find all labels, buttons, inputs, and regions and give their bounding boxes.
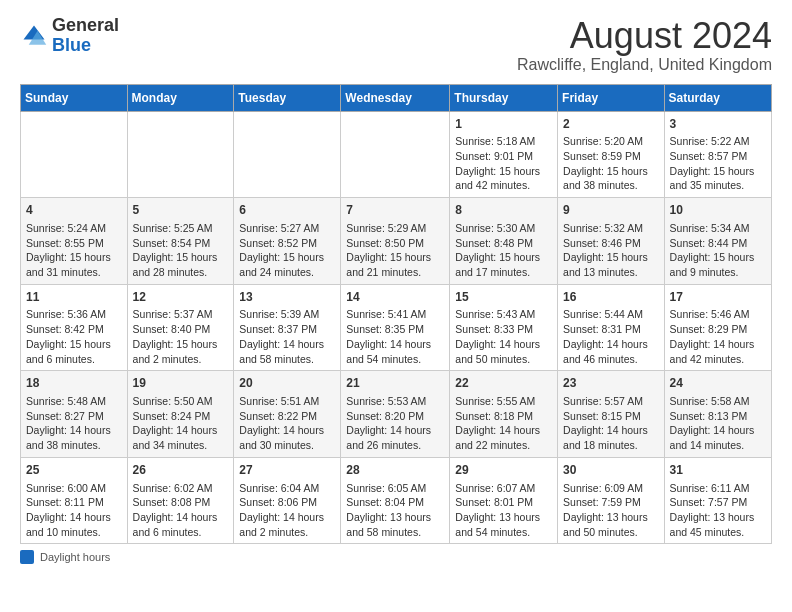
header-day-saturday: Saturday (664, 84, 771, 111)
day-cell: 10Sunrise: 5:34 AMSunset: 8:44 PMDayligh… (664, 198, 771, 285)
day-number: 3 (670, 116, 766, 133)
day-cell: 5Sunrise: 5:25 AMSunset: 8:54 PMDaylight… (127, 198, 234, 285)
day-number: 29 (455, 462, 552, 479)
day-number: 21 (346, 375, 444, 392)
day-info: Sunrise: 6:05 AMSunset: 8:04 PMDaylight:… (346, 481, 444, 540)
logo-general: General (52, 15, 119, 35)
day-info: Sunrise: 5:41 AMSunset: 8:35 PMDaylight:… (346, 307, 444, 366)
header-day-tuesday: Tuesday (234, 84, 341, 111)
day-cell: 24Sunrise: 5:58 AMSunset: 8:13 PMDayligh… (664, 371, 771, 458)
header-day-thursday: Thursday (450, 84, 558, 111)
day-cell: 2Sunrise: 5:20 AMSunset: 8:59 PMDaylight… (558, 111, 665, 198)
day-cell: 27Sunrise: 6:04 AMSunset: 8:06 PMDayligh… (234, 457, 341, 544)
header: General Blue August 2024 Rawcliffe, Engl… (20, 16, 772, 74)
day-cell: 19Sunrise: 5:50 AMSunset: 8:24 PMDayligh… (127, 371, 234, 458)
day-info: Sunrise: 5:53 AMSunset: 8:20 PMDaylight:… (346, 394, 444, 453)
day-cell (127, 111, 234, 198)
day-info: Sunrise: 5:48 AMSunset: 8:27 PMDaylight:… (26, 394, 122, 453)
day-cell: 18Sunrise: 5:48 AMSunset: 8:27 PMDayligh… (21, 371, 128, 458)
day-number: 31 (670, 462, 766, 479)
day-info: Sunrise: 5:29 AMSunset: 8:50 PMDaylight:… (346, 221, 444, 280)
header-day-friday: Friday (558, 84, 665, 111)
day-cell: 30Sunrise: 6:09 AMSunset: 7:59 PMDayligh… (558, 457, 665, 544)
day-cell: 7Sunrise: 5:29 AMSunset: 8:50 PMDaylight… (341, 198, 450, 285)
day-number: 28 (346, 462, 444, 479)
day-number: 10 (670, 202, 766, 219)
day-number: 5 (133, 202, 229, 219)
day-number: 7 (346, 202, 444, 219)
day-info: Sunrise: 5:58 AMSunset: 8:13 PMDaylight:… (670, 394, 766, 453)
calendar-body: 1Sunrise: 5:18 AMSunset: 9:01 PMDaylight… (21, 111, 772, 544)
day-cell: 29Sunrise: 6:07 AMSunset: 8:01 PMDayligh… (450, 457, 558, 544)
day-number: 14 (346, 289, 444, 306)
day-cell: 14Sunrise: 5:41 AMSunset: 8:35 PMDayligh… (341, 284, 450, 371)
logo-text: General Blue (52, 16, 119, 56)
day-info: Sunrise: 5:27 AMSunset: 8:52 PMDaylight:… (239, 221, 335, 280)
day-cell: 11Sunrise: 5:36 AMSunset: 8:42 PMDayligh… (21, 284, 128, 371)
day-info: Sunrise: 5:24 AMSunset: 8:55 PMDaylight:… (26, 221, 122, 280)
day-cell: 6Sunrise: 5:27 AMSunset: 8:52 PMDaylight… (234, 198, 341, 285)
page: General Blue August 2024 Rawcliffe, Engl… (0, 0, 792, 574)
day-info: Sunrise: 5:30 AMSunset: 8:48 PMDaylight:… (455, 221, 552, 280)
calendar-table: SundayMondayTuesdayWednesdayThursdayFrid… (20, 84, 772, 545)
day-cell: 26Sunrise: 6:02 AMSunset: 8:08 PMDayligh… (127, 457, 234, 544)
header-day-wednesday: Wednesday (341, 84, 450, 111)
day-number: 17 (670, 289, 766, 306)
day-number: 4 (26, 202, 122, 219)
day-cell (341, 111, 450, 198)
day-info: Sunrise: 6:09 AMSunset: 7:59 PMDaylight:… (563, 481, 659, 540)
day-info: Sunrise: 5:34 AMSunset: 8:44 PMDaylight:… (670, 221, 766, 280)
day-number: 1 (455, 116, 552, 133)
day-info: Sunrise: 5:20 AMSunset: 8:59 PMDaylight:… (563, 134, 659, 193)
day-info: Sunrise: 6:00 AMSunset: 8:11 PMDaylight:… (26, 481, 122, 540)
day-cell: 8Sunrise: 5:30 AMSunset: 8:48 PMDaylight… (450, 198, 558, 285)
day-info: Sunrise: 5:43 AMSunset: 8:33 PMDaylight:… (455, 307, 552, 366)
logo-blue: Blue (52, 35, 91, 55)
day-info: Sunrise: 5:39 AMSunset: 8:37 PMDaylight:… (239, 307, 335, 366)
day-number: 23 (563, 375, 659, 392)
day-cell: 12Sunrise: 5:37 AMSunset: 8:40 PMDayligh… (127, 284, 234, 371)
day-cell: 15Sunrise: 5:43 AMSunset: 8:33 PMDayligh… (450, 284, 558, 371)
day-cell: 17Sunrise: 5:46 AMSunset: 8:29 PMDayligh… (664, 284, 771, 371)
day-cell: 9Sunrise: 5:32 AMSunset: 8:46 PMDaylight… (558, 198, 665, 285)
header-row: SundayMondayTuesdayWednesdayThursdayFrid… (21, 84, 772, 111)
week-row-3: 11Sunrise: 5:36 AMSunset: 8:42 PMDayligh… (21, 284, 772, 371)
day-cell: 23Sunrise: 5:57 AMSunset: 8:15 PMDayligh… (558, 371, 665, 458)
day-number: 12 (133, 289, 229, 306)
day-cell (234, 111, 341, 198)
day-cell (21, 111, 128, 198)
footer-text: Daylight hours (40, 551, 110, 563)
day-info: Sunrise: 6:02 AMSunset: 8:08 PMDaylight:… (133, 481, 229, 540)
day-cell: 1Sunrise: 5:18 AMSunset: 9:01 PMDaylight… (450, 111, 558, 198)
day-cell: 16Sunrise: 5:44 AMSunset: 8:31 PMDayligh… (558, 284, 665, 371)
day-info: Sunrise: 5:25 AMSunset: 8:54 PMDaylight:… (133, 221, 229, 280)
day-number: 26 (133, 462, 229, 479)
day-number: 27 (239, 462, 335, 479)
day-info: Sunrise: 6:04 AMSunset: 8:06 PMDaylight:… (239, 481, 335, 540)
day-number: 20 (239, 375, 335, 392)
day-number: 22 (455, 375, 552, 392)
day-number: 6 (239, 202, 335, 219)
footer-note: Daylight hours (20, 550, 772, 564)
calendar-header: SundayMondayTuesdayWednesdayThursdayFrid… (21, 84, 772, 111)
day-info: Sunrise: 5:44 AMSunset: 8:31 PMDaylight:… (563, 307, 659, 366)
title-block: August 2024 Rawcliffe, England, United K… (517, 16, 772, 74)
header-day-monday: Monday (127, 84, 234, 111)
day-info: Sunrise: 5:51 AMSunset: 8:22 PMDaylight:… (239, 394, 335, 453)
day-number: 25 (26, 462, 122, 479)
day-info: Sunrise: 6:11 AMSunset: 7:57 PMDaylight:… (670, 481, 766, 540)
week-row-4: 18Sunrise: 5:48 AMSunset: 8:27 PMDayligh… (21, 371, 772, 458)
day-number: 11 (26, 289, 122, 306)
day-info: Sunrise: 5:36 AMSunset: 8:42 PMDaylight:… (26, 307, 122, 366)
day-cell: 4Sunrise: 5:24 AMSunset: 8:55 PMDaylight… (21, 198, 128, 285)
footer-dot (20, 550, 34, 564)
week-row-5: 25Sunrise: 6:00 AMSunset: 8:11 PMDayligh… (21, 457, 772, 544)
day-info: Sunrise: 5:55 AMSunset: 8:18 PMDaylight:… (455, 394, 552, 453)
day-number: 13 (239, 289, 335, 306)
day-number: 30 (563, 462, 659, 479)
day-number: 15 (455, 289, 552, 306)
day-cell: 20Sunrise: 5:51 AMSunset: 8:22 PMDayligh… (234, 371, 341, 458)
day-info: Sunrise: 5:37 AMSunset: 8:40 PMDaylight:… (133, 307, 229, 366)
day-number: 19 (133, 375, 229, 392)
day-number: 18 (26, 375, 122, 392)
